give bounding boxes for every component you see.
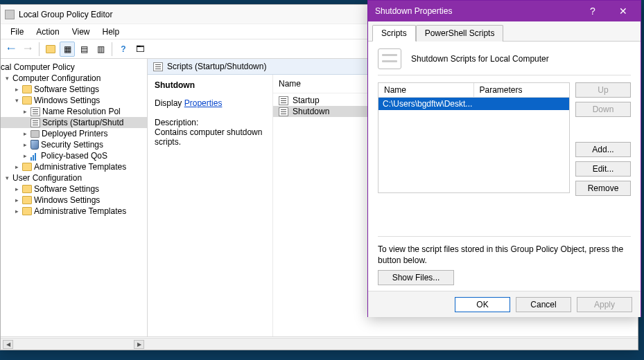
- dialog-titlebar[interactable]: Shutdown Properties ? ✕: [368, 1, 641, 21]
- tree-label: Windows Settings: [34, 195, 100, 205]
- menu-action[interactable]: Action: [31, 26, 64, 38]
- col-params[interactable]: Parameters: [474, 83, 570, 97]
- tree-label: Security Settings: [41, 140, 103, 150]
- tree-label: Administrative Templates: [34, 206, 126, 216]
- tree-software-settings[interactable]: ▸Software Settings: [1, 84, 147, 95]
- expand-icon[interactable]: ▾: [3, 75, 10, 82]
- up-folder-button[interactable]: [43, 42, 58, 57]
- folder-icon: [22, 96, 32, 105]
- tree-label: User Configuration: [12, 173, 82, 183]
- help-button[interactable]: ?: [578, 1, 607, 21]
- tree-label: Name Resolution Pol: [42, 107, 121, 116]
- tree-deployed-printers[interactable]: ▸Deployed Printers: [1, 128, 147, 139]
- export-icon: ▥: [95, 44, 106, 55]
- manage-button[interactable]: 🗔: [132, 42, 148, 57]
- expand-icon[interactable]: ▸: [21, 108, 28, 115]
- tree-scripts[interactable]: ▸Scripts (Startup/Shutd: [1, 117, 147, 128]
- tree-label: Windows Settings: [34, 96, 100, 105]
- tree-security-settings[interactable]: ▸Security Settings: [1, 139, 147, 150]
- col-name[interactable]: Name: [378, 83, 474, 97]
- expand-icon[interactable]: ▸: [21, 141, 28, 148]
- tree-label: Administrative Templates: [34, 162, 126, 172]
- properties-icon: ▤: [78, 44, 89, 55]
- description-pane: Shutdown Display Properties Description:…: [148, 75, 272, 336]
- toolbar-separator: [39, 42, 40, 56]
- expand-icon[interactable]: ▸: [13, 163, 20, 170]
- show-files-button[interactable]: Show Files...: [378, 270, 454, 285]
- close-icon: ✕: [619, 6, 627, 17]
- shutdown-properties-dialog: Shutdown Properties ? ✕ Scripts PowerShe…: [367, 0, 641, 317]
- scripts-icon: [279, 96, 288, 105]
- properties-link[interactable]: Properties: [184, 98, 223, 108]
- show-tree-button[interactable]: ▦: [60, 42, 75, 57]
- properties-button[interactable]: ▤: [76, 42, 92, 57]
- add-button[interactable]: Add...: [575, 142, 631, 157]
- printer-icon: [31, 130, 40, 138]
- menu-view[interactable]: View: [67, 26, 96, 38]
- tree-admin-templates[interactable]: ▸Administrative Templates: [1, 161, 147, 172]
- expand-icon[interactable]: ▸: [13, 86, 20, 93]
- selected-item-name: Shutdown: [155, 80, 266, 90]
- tree-root[interactable]: cal Computer Policy: [1, 62, 147, 73]
- list-buttons: Up Down Add... Edit... Remove: [575, 82, 631, 229]
- menu-help[interactable]: Help: [97, 26, 125, 38]
- expand-icon[interactable]: ▸: [21, 152, 28, 159]
- tree-qos[interactable]: ▸Policy-based QoS: [1, 150, 147, 161]
- expand-icon[interactable]: ▸: [21, 130, 28, 137]
- doc-icon: [31, 107, 40, 116]
- script-row[interactable]: C:\Users\bgdftw\Deskt...: [378, 98, 569, 110]
- tree-user-win[interactable]: ▸Windows Settings: [1, 195, 147, 206]
- close-button[interactable]: ✕: [609, 1, 638, 21]
- security-icon: [31, 140, 39, 150]
- list-item-label: Shutdown: [293, 107, 329, 116]
- expand-icon[interactable]: ▾: [13, 97, 20, 104]
- tree-pane[interactable]: cal Computer Policy ▾Computer Configurat…: [1, 59, 148, 336]
- menu-file[interactable]: File: [5, 26, 29, 38]
- tree-user-sw[interactable]: ▸Software Settings: [1, 183, 147, 195]
- scripts-icon: [279, 107, 288, 116]
- export-button[interactable]: ▥: [93, 42, 108, 57]
- tree-root-label: cal Computer Policy: [1, 62, 75, 72]
- scripts-large-icon: [378, 48, 401, 69]
- scripts-listbox[interactable]: Name Parameters C:\Users\bgdftw\Deskt...: [378, 82, 570, 193]
- back-button[interactable]: ⭠: [3, 42, 19, 57]
- folder-icon: [22, 185, 32, 193]
- cancel-button[interactable]: Cancel: [516, 297, 571, 312]
- up-folder-icon: [45, 44, 56, 55]
- scroll-right-icon[interactable]: ▶: [134, 340, 144, 349]
- expand-icon[interactable]: ▸: [13, 197, 20, 204]
- expand-icon[interactable]: ▸: [13, 208, 20, 215]
- folder-icon: [22, 85, 32, 93]
- tree-windows-settings[interactable]: ▾Windows Settings: [1, 95, 147, 106]
- tree-label: Scripts (Startup/Shutd: [42, 118, 123, 127]
- tree-user-configuration[interactable]: ▾User Configuration: [1, 172, 147, 183]
- description-text: Contains computer shutdown scripts.: [155, 127, 266, 147]
- help-icon: ?: [590, 6, 595, 17]
- edit-button[interactable]: Edit...: [575, 161, 631, 177]
- horizontal-scrollbar[interactable]: ◀ ▶: [1, 338, 638, 350]
- up-button[interactable]: Up: [575, 82, 631, 98]
- tree-name-resolution[interactable]: ▸Name Resolution Pol: [1, 106, 147, 117]
- dialog-title: Shutdown Properties: [375, 6, 452, 16]
- description-label: Description:: [155, 118, 266, 127]
- remove-button[interactable]: Remove: [575, 181, 631, 196]
- folder-icon: [22, 163, 32, 171]
- list-header: Name Parameters: [378, 83, 569, 98]
- tree-computer-configuration[interactable]: ▾Computer Configuration: [1, 73, 147, 84]
- qos-icon: [31, 151, 39, 161]
- expand-icon[interactable]: ▾: [3, 174, 10, 181]
- scroll-left-icon[interactable]: ◀: [3, 340, 13, 349]
- ok-button[interactable]: OK: [455, 297, 510, 312]
- back-icon: ⭠: [6, 44, 17, 55]
- help-button[interactable]: ?: [116, 42, 131, 57]
- expand-icon[interactable]: ▸: [13, 186, 20, 192]
- tree-label: Software Settings: [34, 84, 99, 94]
- down-button[interactable]: Down: [575, 102, 631, 117]
- dialog-header-text: Shutdown Scripts for Local Computer: [411, 54, 549, 64]
- forward-button[interactable]: ⭢: [20, 42, 35, 57]
- apply-button[interactable]: Apply: [577, 297, 632, 312]
- show-tree-icon: ▦: [62, 44, 73, 55]
- tab-scripts[interactable]: Scripts: [372, 25, 416, 42]
- tab-powershell[interactable]: PowerShell Scripts: [416, 25, 504, 42]
- tree-user-admin[interactable]: ▸Administrative Templates: [1, 206, 147, 217]
